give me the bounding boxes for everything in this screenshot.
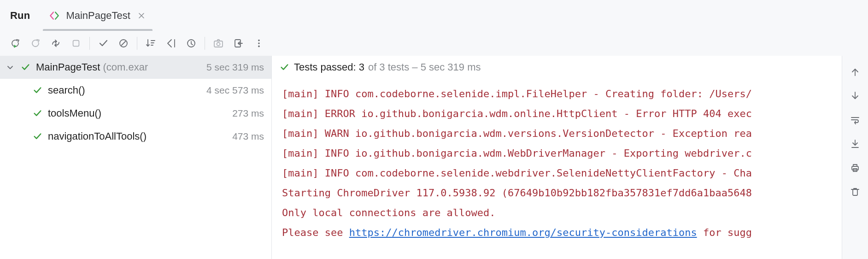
test-suite-row[interactable]: MainPageTest(com.exar 5 sec 319 ms (0, 56, 271, 79)
screenshot-button[interactable] (209, 34, 228, 53)
svg-point-4 (217, 42, 220, 46)
run-header: Run MainPageTest (0, 0, 868, 31)
rerun-button[interactable] (6, 34, 25, 53)
run-toolbar (0, 31, 868, 56)
console-output[interactable]: [main] INFO com.codeborne.selenide.impl.… (272, 79, 842, 242)
print-button[interactable] (847, 160, 863, 176)
svg-rect-11 (853, 189, 857, 195)
show-ignored-button[interactable] (114, 34, 133, 53)
pass-icon (19, 61, 31, 73)
toolbar-separator (205, 37, 205, 50)
console-gutter (842, 56, 868, 259)
run-tab-label: MainPageTest (66, 10, 130, 22)
more-button[interactable] (249, 34, 269, 53)
chevron-down-icon[interactable] (5, 62, 16, 73)
tests-passed-label: Tests passed: 3 (294, 61, 364, 73)
console-line: [main] WARN io.github.bonigarcia.wdm.ver… (282, 124, 833, 143)
test-config-icon (48, 10, 60, 22)
test-duration: 5 sec 319 ms (206, 62, 264, 73)
svg-point-8 (258, 46, 260, 47)
toolbar-separator (89, 37, 90, 50)
scroll-down-button[interactable] (847, 88, 863, 104)
test-row[interactable]: search() 4 sec 573 ms (0, 79, 271, 102)
pass-icon (31, 130, 43, 142)
test-duration: 273 ms (232, 108, 264, 119)
svg-rect-3 (214, 41, 223, 47)
svg-point-6 (258, 40, 260, 41)
import-tests-button[interactable] (229, 34, 248, 53)
test-suite-name: MainPageTest(com.exar (36, 61, 148, 73)
pass-icon (31, 107, 43, 119)
test-name: search() (48, 84, 85, 96)
console-line: [main] ERROR io.github.bonigarcia.wdm.on… (282, 104, 833, 124)
console-line: [main] INFO io.github.bonigarcia.wdm.Web… (282, 143, 833, 163)
tool-window-title: Run (10, 10, 30, 22)
console-line: Starting ChromeDriver 117.0.5938.92 (676… (282, 183, 833, 203)
show-passed-button[interactable] (94, 34, 113, 53)
svg-rect-0 (73, 41, 79, 47)
run-body: MainPageTest(com.exar 5 sec 319 ms searc… (0, 56, 868, 259)
console-line: Only local connections are allowed. (282, 203, 833, 223)
scroll-to-end-button[interactable] (847, 136, 863, 152)
run-tab[interactable]: MainPageTest (43, 0, 152, 31)
soft-wrap-button[interactable] (847, 112, 863, 128)
toolbar-separator (137, 37, 137, 50)
test-name: navigationToAllTools() (48, 130, 147, 142)
console-pane: Tests passed: 3 of 3 tests – 5 sec 319 m… (272, 56, 842, 259)
test-name: toolsMenu() (48, 107, 101, 119)
toggle-auto-test-button[interactable] (46, 34, 65, 53)
test-duration: 473 ms (232, 131, 264, 142)
rerun-failed-button[interactable] (26, 34, 45, 53)
scroll-up-button[interactable] (847, 64, 863, 80)
pass-icon (31, 84, 43, 96)
tests-total-label: of 3 tests – 5 sec 319 ms (368, 61, 481, 73)
console-line: Please see https://chromedriver.chromium… (282, 223, 833, 242)
test-history-button[interactable] (182, 34, 201, 53)
svg-rect-9 (852, 166, 858, 170)
test-duration: 4 sec 573 ms (206, 85, 264, 96)
clear-all-button[interactable] (847, 184, 863, 200)
close-tab-button[interactable] (136, 10, 147, 21)
stop-button[interactable] (66, 34, 86, 53)
console-status-bar: Tests passed: 3 of 3 tests – 5 sec 319 m… (272, 56, 842, 79)
console-line: [main] INFO com.codeborne.selenide.webdr… (282, 163, 833, 183)
sort-button[interactable] (141, 34, 160, 53)
console-line: [main] INFO com.codeborne.selenide.impl.… (282, 84, 833, 104)
expand-all-button[interactable] (161, 34, 181, 53)
test-row[interactable]: toolsMenu() 273 ms (0, 102, 271, 125)
test-tree[interactable]: MainPageTest(com.exar 5 sec 319 ms searc… (0, 56, 272, 259)
pass-icon (278, 61, 290, 73)
test-row[interactable]: navigationToAllTools() 473 ms (0, 125, 271, 148)
console-link[interactable]: https://chromedriver.chromium.org/securi… (349, 227, 697, 238)
svg-point-7 (258, 42, 260, 44)
